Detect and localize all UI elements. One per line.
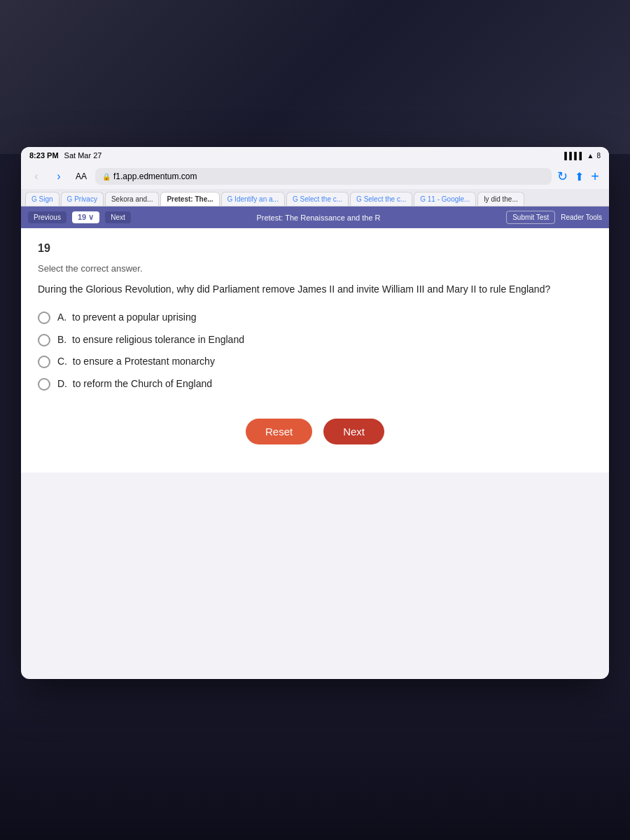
url-bar[interactable]: 🔒 f1.app.edmentum.com	[95, 168, 552, 185]
tab-privacy-label: G Privacy	[67, 195, 97, 203]
tab-google11-label: G 11 - Google...	[420, 195, 470, 203]
answer-options: A. to prevent a popular uprising B. to e…	[38, 311, 592, 391]
tab-ly-label: ly did the...	[484, 195, 517, 203]
option-a-label: A. to prevent a popular uprising	[57, 311, 196, 325]
page-header: Previous 19 ∨ Next Pretest: The Renaissa…	[21, 206, 609, 228]
tab-google11[interactable]: G 11 - Google...	[414, 192, 476, 206]
url-text: f1.app.edmentum.com	[113, 172, 197, 181]
reset-button[interactable]: Reset	[246, 419, 312, 444]
tab-select2[interactable]: G Select the c...	[350, 192, 412, 206]
next-nav-button[interactable]: Next	[105, 211, 131, 223]
tab-identify[interactable]: G Identify an a...	[221, 192, 285, 206]
option-c-letter: C.	[57, 356, 67, 367]
option-a-letter: A.	[57, 312, 66, 323]
status-bar: 8:23 PM Sat Mar 27 ▌▌▌▌ ▲ 8	[21, 147, 609, 164]
option-a-text: to prevent a popular uprising	[72, 312, 196, 323]
option-d[interactable]: D. to reform the Church of England	[38, 377, 592, 391]
question-counter-caret: ∨	[88, 213, 94, 221]
wifi-icon: ▲	[587, 152, 594, 160]
battery-level: 8	[596, 152, 601, 160]
refresh-icon[interactable]: ↻	[557, 169, 568, 184]
option-c-label: C. to ensure a Protestant monarchy	[57, 355, 215, 369]
tab-pretest-label: Pretest: The...	[167, 195, 213, 203]
option-b[interactable]: B. to ensure religious tolerance in Engl…	[38, 333, 592, 347]
option-b-letter: B.	[57, 334, 66, 345]
radio-c[interactable]	[38, 356, 50, 368]
tab-sign-label: G Sign	[31, 195, 53, 203]
browser-frame: 8:23 PM Sat Mar 27 ▌▌▌▌ ▲ 8 ‹ › AA 🔒 f1.…	[21, 147, 609, 679]
browser-actions: ↻ ⬆ +	[557, 169, 602, 185]
option-c-text: to ensure a Protestant monarchy	[73, 356, 215, 367]
next-button[interactable]: Next	[323, 419, 384, 444]
option-b-text: to ensure religious tolerance in England	[72, 334, 244, 345]
forward-button[interactable]: ›	[50, 168, 67, 185]
status-date: Sat Mar 27	[64, 151, 102, 160]
page-header-left: Previous 19 ∨ Next	[28, 211, 131, 223]
tabs-row: G Sign G Privacy Sekora and... Pretest: …	[21, 189, 609, 206]
tab-privacy[interactable]: G Privacy	[61, 192, 104, 206]
tab-select2-label: G Select the c...	[356, 195, 406, 203]
tab-sign[interactable]: G Sign	[25, 192, 59, 206]
page-title: Pretest: The Renaissance and the R	[256, 214, 380, 222]
instruction-text: Select the correct answer.	[38, 263, 592, 274]
reader-tools-button[interactable]: Reader Tools	[561, 214, 602, 221]
forward-icon: ›	[57, 170, 60, 183]
previous-button[interactable]: Previous	[28, 211, 66, 223]
signal-icon: ▌▌▌▌	[564, 152, 584, 160]
browser-chrome: ‹ › AA 🔒 f1.app.edmentum.com ↻ ⬆ + G Sig…	[21, 164, 609, 206]
main-content: 19 Select the correct answer. During the…	[21, 228, 609, 472]
option-d-text: to reform the Church of England	[73, 378, 212, 389]
tab-identify-label: G Identify an a...	[227, 195, 279, 203]
new-tab-icon[interactable]: +	[591, 169, 599, 185]
tab-ly[interactable]: ly did the...	[477, 192, 524, 206]
back-button[interactable]: ‹	[28, 168, 45, 185]
option-a[interactable]: A. to prevent a popular uprising	[38, 311, 592, 325]
page-header-right: Submit Test Reader Tools	[506, 211, 602, 224]
buttons-row: Reset Next	[38, 412, 592, 458]
tab-select1-label: G Select the c...	[293, 195, 342, 203]
question-counter-value: 19	[78, 213, 86, 221]
tab-sekora-label: Sekora and...	[111, 195, 153, 203]
question-text: During the Glorious Revolution, why did …	[38, 282, 592, 297]
question-counter: 19 ∨	[72, 211, 99, 223]
submit-test-button[interactable]: Submit Test	[506, 211, 555, 224]
radio-a[interactable]	[38, 312, 50, 324]
option-d-letter: D.	[57, 378, 67, 389]
option-b-label: B. to ensure religious tolerance in Engl…	[57, 333, 244, 347]
lock-icon: 🔒	[102, 173, 111, 181]
tab-select1[interactable]: G Select the c...	[286, 192, 349, 206]
radio-d[interactable]	[38, 378, 50, 391]
option-d-label: D. to reform the Church of England	[57, 377, 212, 391]
tab-pretest[interactable]: Pretest: The...	[160, 192, 219, 206]
status-right: ▌▌▌▌ ▲ 8	[564, 152, 601, 160]
url-bar-row: ‹ › AA 🔒 f1.app.edmentum.com ↻ ⬆ +	[21, 164, 609, 189]
radio-b[interactable]	[38, 334, 50, 346]
option-c[interactable]: C. to ensure a Protestant monarchy	[38, 355, 592, 369]
share-icon[interactable]: ⬆	[575, 170, 584, 183]
aa-button[interactable]: AA	[73, 170, 90, 183]
status-time: 8:23 PM	[29, 151, 59, 160]
back-icon: ‹	[34, 170, 38, 183]
question-number: 19	[38, 242, 592, 255]
tab-sekora[interactable]: Sekora and...	[105, 192, 159, 206]
